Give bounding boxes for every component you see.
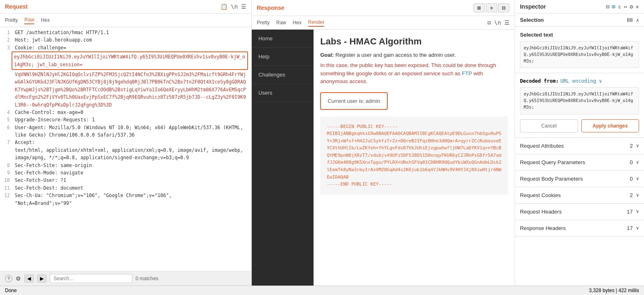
selected-text-content: eyJhbGci0iJIUzI1NiJ9.eyJuYW1lIjoiYWRtaW4… (524, 45, 633, 63)
inspector-icon2[interactable]: ⊞ (612, 3, 615, 10)
response-copy-icon[interactable]: ⊡ (487, 19, 491, 26)
bottom-status-bar: Done 3,328 bytes | 422 millis (0, 286, 644, 295)
response-goal: Goal: Register a user and gain access to… (320, 52, 508, 58)
response-header: Response ⊞ ≡ ⊟ (252, 0, 515, 16)
response-view-toggle: ⊞ ≡ ⊟ (473, 3, 510, 12)
accordion-right-0: 2 ∨ (630, 143, 639, 149)
tab-resp-hex[interactable]: Hex (293, 19, 302, 26)
request-content: 1 GET /authentication/hmac HTTP/1.1 2 Ho… (0, 27, 251, 271)
accordion-header-request-cookies[interactable]: Request Cookies 2 ∨ (515, 187, 644, 203)
request-panel: Request 📋 \n ☰ Pretty Raw Hex 1 GET /aut… (0, 0, 252, 286)
request-copy-icon[interactable]: 📋 (220, 3, 227, 10)
accordion-count-4: 17 (627, 209, 632, 215)
accordion-list: Request Attributes 2 ∨ Request Query Par… (515, 138, 644, 237)
accordion-chevron-1: ∨ (636, 159, 639, 165)
decoded-from-row: Decoded from: URL encoding ∨ (520, 78, 639, 84)
accordion-header-request-body[interactable]: Request Body Parameters 0 ∨ (515, 171, 644, 187)
request-header: Request 📋 \n ☰ (0, 0, 251, 14)
search-input[interactable] (50, 274, 132, 283)
bytes-info: 3,328 bytes | 422 millis (589, 288, 639, 293)
apply-button[interactable]: Apply changes (581, 119, 639, 132)
accordion-right-2: 0 ∨ (630, 176, 639, 182)
request-status-bar: ? ⚙ ◀ ▶ 0 matches (0, 271, 251, 286)
tab-resp-raw[interactable]: Raw (276, 19, 286, 26)
accordion-header-request-headers[interactable]: Request Headers 17 ∨ (515, 204, 644, 220)
nav-home[interactable]: Home (252, 30, 314, 48)
inspector-icon1[interactable]: ⊟ (606, 3, 609, 10)
matches-text: 0 matches (136, 276, 158, 281)
inspector-header: Inspector ⊟ ⊞ ⇕ ⇔ ⚙ ✕ (515, 0, 644, 14)
response-page-title: Labs - HMAC Algorithm (320, 36, 508, 47)
response-toolbar-icon2[interactable]: ≡ (486, 3, 497, 12)
response-inner: Home Help Challenges Users Labs - HMAC A… (252, 30, 515, 286)
nav-users[interactable]: Users (252, 84, 314, 102)
nav-challenges[interactable]: Challenges (252, 66, 314, 84)
inspector-sort-icon[interactable]: ⇕ (618, 3, 621, 10)
accordion-chevron-0: ∨ (636, 143, 639, 149)
tab-resp-pretty[interactable]: Pretty (257, 19, 269, 26)
selected-text-label: Selected text (520, 32, 639, 38)
response-menu-icon[interactable]: ☰ (504, 19, 510, 26)
response-wrap-icon[interactable]: \n (494, 19, 501, 26)
accordion-request-body: Request Body Parameters 0 ∨ (515, 171, 644, 187)
request-code: 1 GET /authentication/hmac HTTP/1.1 2 Ho… (0, 29, 251, 207)
accordion-right-1: 0 ∨ (630, 159, 639, 165)
nav-help[interactable]: Help (252, 48, 314, 66)
settings-icon[interactable]: ⚙ (16, 275, 21, 282)
status-done-text: Done (5, 288, 17, 293)
response-body: Labs - HMAC Algorithm Goal: Register a u… (314, 30, 515, 286)
selection-label: Selection (520, 17, 544, 23)
response-tabs: Pretty Raw Hex Render ⊡ \n ☰ (252, 16, 515, 30)
highlighted-text[interactable]: eyJhbGci0iJIUzI1NiJ9.eyJuYW1lIjoiYWRtaW4… (14, 53, 246, 68)
request-toolbar: 📋 \n ☰ (220, 3, 246, 10)
tab-resp-render[interactable]: Render (308, 19, 324, 27)
accordion-header-response-headers[interactable]: Response Headers 17 ∨ (515, 220, 644, 236)
accordion-request-cookies: Request Cookies 2 ∨ (515, 187, 644, 204)
accordion-chevron-5: ∨ (636, 225, 639, 231)
selection-count: 88 (627, 17, 632, 23)
cancel-button[interactable]: Cancel (520, 119, 578, 132)
accordion-request-headers: Request Headers 17 ∨ (515, 204, 644, 220)
tab-hex[interactable]: Hex (41, 16, 49, 24)
response-title: Response (257, 5, 284, 11)
decoded-from-value[interactable]: URL encoding ∨ (560, 78, 602, 84)
request-title: Request (5, 3, 28, 10)
accordion-chevron-3: ∨ (636, 192, 639, 198)
request-menu-icon[interactable]: ☰ (241, 3, 246, 10)
decoded-text-box[interactable]: eyJhbGci0iJIUzI1NiJ9.eyJuYW1lIjoiYWRtaW4… (520, 87, 639, 114)
current-user-box: Current user is: admin (320, 92, 388, 110)
accordion-count-0: 2 (630, 143, 633, 149)
next-button[interactable]: ▶ (37, 274, 47, 283)
selection-chevron-icon[interactable]: ∧ (636, 17, 639, 23)
inspector-close-icon[interactable]: ✕ (636, 3, 639, 10)
line-3: 3 Cookie: challenge= (0, 44, 251, 51)
response-toolbar-icon1[interactable]: ⊞ (473, 3, 485, 12)
goal-label: Goal: (320, 52, 334, 58)
accordion-header-request-query[interactable]: Request Query Parameters 0 ∨ (515, 154, 644, 170)
ftp-link[interactable]: FTP (462, 70, 472, 77)
accordion-count-3: 2 (630, 192, 633, 198)
selected-text-section: Selected text eyJhbGci0iJIUzI1NiJ9.eyJuY… (515, 27, 644, 73)
line-5: 5 Upgrade-Insecure-Requests: 1 (0, 116, 251, 123)
inspector-settings-icon[interactable]: ⚙ (630, 3, 633, 10)
line-6: 6 User-Agent: Mozilla/5.0 (Windows NT 10… (0, 124, 251, 139)
highlighted-block: eyJhbGci0iJIUzI1NiJ9.eyJuYW1lIjoiYWRtaW4… (12, 51, 248, 70)
help-icon[interactable]: ? (5, 275, 12, 282)
accordion-right-5: 17 ∨ (627, 225, 639, 231)
inspector-collapse-icon[interactable]: ⇔ (624, 3, 627, 10)
accordion-title-4: Request Headers (520, 209, 562, 215)
response-panel: Response ⊞ ≡ ⊟ Pretty Raw Hex Render ⊡ \… (252, 0, 515, 286)
line-3c: VqVNNl9HZNlNJyHl2KGIOqOclviFZP%2FM3SjcQZ… (0, 71, 251, 109)
selected-text-box[interactable]: eyJhbGci0iJIUzI1NiJ9.eyJuYW1lIjoiYWRtaW4… (520, 41, 639, 68)
tab-raw[interactable]: Raw (24, 16, 34, 24)
decoded-from-label: Decoded from: (520, 78, 559, 84)
response-toolbar-icon3[interactable]: ⊟ (498, 3, 510, 12)
accordion-header-request-attributes[interactable]: Request Attributes 2 ∨ (515, 138, 644, 154)
request-wrap-icon[interactable]: \n (231, 3, 238, 10)
tab-pretty[interactable]: Pretty (5, 16, 18, 24)
accordion-title-5: Response Headers (520, 225, 566, 231)
prev-button[interactable]: ◀ (24, 274, 34, 283)
request-tabs: Pretty Raw Hex (0, 14, 251, 27)
decoded-section: Decoded from: URL encoding ∨ eyJhbGci0iJ… (515, 73, 644, 137)
inspector-icons: ⊟ ⊞ ⇕ ⇔ ⚙ ✕ (606, 3, 639, 10)
